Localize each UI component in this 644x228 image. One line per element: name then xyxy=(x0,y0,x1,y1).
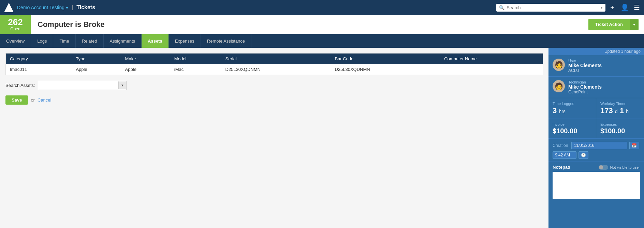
invoice-value: $100.00 xyxy=(553,127,592,135)
user-info: User Mike Clements ACLU xyxy=(568,59,602,73)
table-cell: Imac011 xyxy=(6,64,72,75)
assets-table-container: CategoryTypeMakeModelSerialBar CodeCompu… xyxy=(5,53,543,75)
search-assets-row: Search Assets: ▾ xyxy=(5,81,543,90)
tab-assignments[interactable]: Assignments xyxy=(104,34,142,48)
col-header-model: Model xyxy=(170,54,221,64)
search-assets-label: Search Assets: xyxy=(5,83,35,88)
user-profile-button[interactable]: 👤 xyxy=(619,2,630,13)
tab-remote-assistance[interactable]: Remote Assistance xyxy=(201,34,251,48)
user-avatar: 🧑 xyxy=(553,59,565,71)
calendar-icon-button[interactable]: 📅 xyxy=(629,142,639,149)
content-area: CategoryTypeMakeModelSerialBar CodeCompu… xyxy=(0,48,548,228)
creation-date-input[interactable] xyxy=(571,142,627,149)
account-selector[interactable]: Demo Account Testing ▾ xyxy=(17,5,68,10)
notepad-label: Notepad xyxy=(553,165,570,170)
creation-row: Creation 📅 🕐 xyxy=(548,139,644,162)
technician-avatar: 🧑 xyxy=(553,80,565,92)
ticket-action-dropdown-button[interactable]: ▾ xyxy=(630,19,639,30)
expenses-label: Expenses xyxy=(600,122,640,126)
col-header-type: Type xyxy=(72,54,121,64)
user-label: User xyxy=(568,59,602,63)
notepad-section: Notepad Not visible to user xyxy=(548,162,644,203)
tab-expenses[interactable]: Expenses xyxy=(169,34,201,48)
search-assets-input-wrap: ▾ xyxy=(38,81,127,90)
account-name: Demo Account Testing xyxy=(17,5,64,10)
invoice-cell: Invoice $100.00 xyxy=(548,119,596,139)
ticket-count-label: Open xyxy=(10,27,20,31)
tabs-bar: OverviewLogsTimeRelatedAssignmentsAssets… xyxy=(0,34,644,48)
clock-icon-button[interactable]: 🕐 xyxy=(579,151,588,159)
save-button[interactable]: Save xyxy=(5,95,28,105)
top-navigation: Demo Account Testing ▾ | Tickets 🔍 ▾ + 👤… xyxy=(0,0,644,15)
assets-table: CategoryTypeMakeModelSerialBar CodeCompu… xyxy=(6,54,543,75)
ticket-action-button[interactable]: Ticket Action xyxy=(588,19,630,30)
cancel-link[interactable]: Cancel xyxy=(38,97,51,103)
creation-time-input[interactable] xyxy=(553,151,576,159)
search-assets-dropdown-button[interactable]: ▾ xyxy=(118,81,126,89)
menu-button[interactable]: ☰ xyxy=(634,3,640,12)
add-button[interactable]: + xyxy=(609,2,616,13)
time-logged-label: Time Logged xyxy=(553,102,592,106)
or-text: or xyxy=(31,97,35,103)
workday-timer-cell: Workday Timer 173 d 1 h xyxy=(596,98,644,119)
table-cell xyxy=(440,64,543,75)
sidebar-updated: Updated 1 hour ago xyxy=(548,48,644,55)
tab-overview[interactable]: Overview xyxy=(0,34,31,48)
tab-time[interactable]: Time xyxy=(53,34,75,48)
workday-label: Workday Timer xyxy=(600,102,640,106)
sidebar-stats: Time Logged 3 hrs Workday Timer 173 d 1 … xyxy=(548,98,644,139)
nav-divider: | xyxy=(72,4,73,11)
ticket-action-group: Ticket Action ▾ xyxy=(588,19,639,30)
notepad-header: Notepad Not visible to user xyxy=(553,165,640,170)
main-layout: CategoryTypeMakeModelSerialBar CodeCompu… xyxy=(0,48,644,228)
assets-table-header: CategoryTypeMakeModelSerialBar CodeCompu… xyxy=(6,54,543,64)
assets-table-body: Imac011AppleAppleiMacD25L30XQDNMND25L30X… xyxy=(6,64,543,75)
table-cell: D25L30XQDNMN xyxy=(221,64,331,75)
col-header-serial: Serial xyxy=(221,54,331,64)
workday-value: 173 d 1 h xyxy=(600,106,640,115)
ticket-header: 262 Open Computer is Broke Ticket Action… xyxy=(0,15,644,34)
svg-marker-0 xyxy=(5,3,13,12)
technician-name: Mike Clements xyxy=(568,84,602,90)
search-assets-input[interactable] xyxy=(38,81,118,90)
table-cell: iMac xyxy=(170,64,221,75)
col-header-make: Make xyxy=(121,54,170,64)
ticket-count-number: 262 xyxy=(8,18,23,27)
expenses-value: $100.00 xyxy=(600,127,640,135)
technician-label: Technician xyxy=(568,80,602,84)
tab-assets[interactable]: Assets xyxy=(142,34,169,48)
notepad-textarea[interactable] xyxy=(553,172,640,199)
time-logged-value: 3 hrs xyxy=(553,106,592,115)
time-logged-cell: Time Logged 3 hrs xyxy=(548,98,596,119)
tab-logs[interactable]: Logs xyxy=(31,34,53,48)
right-sidebar: Updated 1 hour ago 🧑 User Mike Clements … xyxy=(548,48,644,228)
expenses-cell: Expenses $100.00 xyxy=(596,119,644,139)
col-header-bar-code: Bar Code xyxy=(331,54,440,64)
sidebar-user-section: 🧑 User Mike Clements ACLU xyxy=(548,55,644,77)
notepad-toggle: Not visible to user xyxy=(599,165,640,170)
search-dropdown-button[interactable]: ▾ xyxy=(601,5,603,10)
col-header-computer-name: Computer Name xyxy=(440,54,543,64)
col-header-category: Category xyxy=(6,54,72,64)
ticket-title: Computer is Broke xyxy=(38,20,588,29)
search-box: 🔍 ▾ xyxy=(496,4,605,12)
table-row: Imac011AppleAppleiMacD25L30XQDNMND25L30X… xyxy=(6,64,543,75)
page-title: Tickets xyxy=(76,4,95,11)
search-input[interactable] xyxy=(507,5,599,10)
creation-label: Creation xyxy=(553,143,568,148)
account-dropdown-icon: ▾ xyxy=(66,5,68,10)
table-cell: Apple xyxy=(72,64,121,75)
sidebar-technician-section: 🧑 Technician Mike Clements GenePoint xyxy=(548,77,644,98)
user-name: Mike Clements xyxy=(568,63,602,68)
table-cell: D25L30XQDNMN xyxy=(331,64,440,75)
tab-related[interactable]: Related xyxy=(76,34,104,48)
ticket-count-box: 262 Open xyxy=(0,15,31,34)
search-icon: 🔍 xyxy=(499,5,504,10)
invoice-label: Invoice xyxy=(553,122,592,126)
notepad-visibility-toggle[interactable] xyxy=(599,165,608,170)
user-org: ACLU xyxy=(568,68,602,73)
app-logo xyxy=(4,3,14,12)
save-cancel-row: Save or Cancel xyxy=(5,95,543,105)
table-cell: Apple xyxy=(121,64,170,75)
notepad-toggle-label: Not visible to user xyxy=(610,165,640,169)
